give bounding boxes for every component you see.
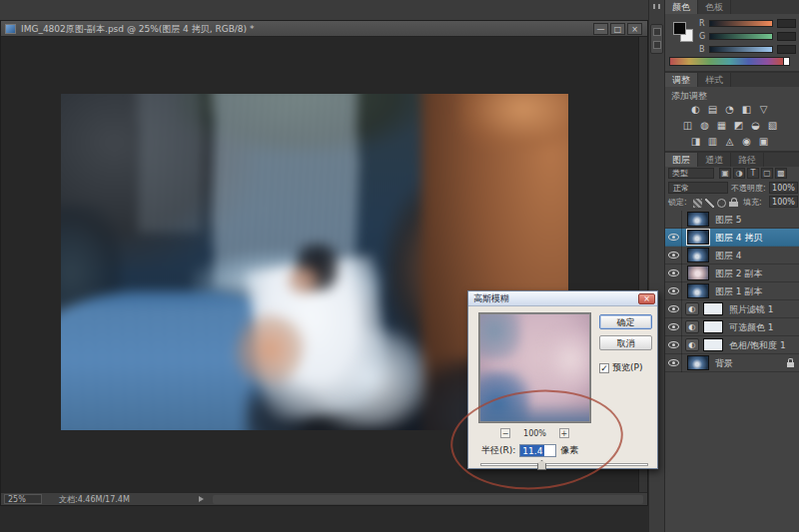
layer-row-photo-filter[interactable]: ◐ 照片滤镜 1 [665,300,799,318]
filter-type-icon[interactable]: T [747,168,759,179]
hue-saturation-icon[interactable]: ◫ [681,119,694,132]
zoom-level-field[interactable]: 25% [4,494,42,504]
tab-channels[interactable]: 通道 [698,153,731,167]
tab-paths[interactable]: 路径 [731,153,764,167]
history-panel-icon[interactable] [653,28,661,36]
black-white-icon[interactable]: ▦ [715,119,728,132]
adjustment-layer-icon[interactable]: ◐ [685,338,699,351]
photo-filter-icon[interactable]: ◩ [732,119,745,132]
dialog-titlebar[interactable]: 高斯模糊 [468,291,657,306]
filter-shape-icon[interactable]: ▢ [761,168,773,179]
layer-row-layer4-copy[interactable]: 图层 4 拷贝 [665,229,799,247]
layer-row-layer1-copy[interactable]: 图层 1 副本 [665,282,799,300]
layer-row-background[interactable]: 背景 [665,354,799,372]
visibility-toggle[interactable] [665,282,682,300]
layer-name[interactable]: 照片滤镜 1 [729,300,774,318]
layer-thumbnail[interactable] [687,230,709,245]
filter-smart-object-icon[interactable]: ▩ [775,168,787,179]
layer-name[interactable]: 图层 4 [715,247,742,265]
visibility-toggle[interactable] [665,354,682,372]
layer-thumbnail[interactable] [687,283,709,298]
visibility-toggle[interactable] [665,265,682,282]
foreground-color-swatch[interactable] [673,22,686,35]
collapsed-panel-buttons[interactable] [650,24,663,54]
layer-row-hue-saturation[interactable]: ◐ 色相/饱和度 1 [665,336,799,354]
color-spectrum-ramp[interactable] [669,57,790,66]
dialog-close-button[interactable]: × [638,293,655,304]
layer-thumbnail[interactable] [687,248,709,263]
blue-slider[interactable] [709,46,773,53]
document-titlebar[interactable]: IMG_4802原图-副本.psd @ 25%(图层 4 拷贝, RGB/8) … [1,21,647,37]
layer-name[interactable]: 图层 4 拷贝 [715,229,762,247]
visibility-toggle[interactable] [665,318,682,336]
minimize-button[interactable]: — [593,23,608,35]
visibility-toggle[interactable] [665,247,682,265]
lock-all-icon[interactable] [729,202,738,207]
layer-mask-thumbnail[interactable] [703,338,723,351]
blend-mode-dropdown[interactable]: 正常 [668,182,728,194]
layer-name[interactable]: 图层 1 副本 [715,282,762,300]
layer-mask-thumbnail[interactable] [703,302,723,315]
layer-row-selective-color[interactable]: ◐ 可选颜色 1 [665,318,799,336]
filter-adjustment-icon[interactable]: ◑ [733,168,745,179]
levels-icon[interactable]: ▤ [706,103,719,116]
layer-row-layer5[interactable]: 图层 5 [665,211,799,229]
white-swatch[interactable] [783,57,790,66]
red-slider[interactable] [709,20,773,27]
lock-pixels-icon[interactable] [705,199,714,208]
preview-checkbox[interactable]: ✓ [599,363,609,373]
expand-panels-icon[interactable] [653,4,660,9]
brightness-contrast-icon[interactable]: ◐ [689,103,702,116]
green-slider[interactable] [709,33,773,40]
threshold-icon[interactable]: ◬ [723,135,736,148]
layer-row-layer4[interactable]: 图层 4 [665,247,799,265]
tab-swatches[interactable]: 色板 [698,0,731,14]
fill-value[interactable]: 100% [769,196,798,208]
curves-icon[interactable]: ◔ [723,103,736,116]
layer-name[interactable]: 色相/饱和度 1 [729,336,786,354]
gradient-map-icon[interactable]: ◉ [740,135,753,148]
layer-name[interactable]: 图层 2 副本 [715,265,762,282]
close-button[interactable]: × [627,23,642,35]
layer-thumbnail[interactable] [687,266,709,280]
channel-mixer-icon[interactable]: ◒ [749,119,762,132]
layer-name[interactable]: 图层 5 [715,211,742,229]
restore-button[interactable]: □ [610,23,625,35]
invert-icon[interactable]: ◨ [689,135,702,148]
cancel-button[interactable]: 取消 [599,335,652,350]
green-value-field[interactable] [777,32,796,41]
visibility-toggle[interactable] [665,211,682,229]
layer-thumbnail[interactable] [687,355,709,370]
exposure-icon[interactable]: ◧ [740,103,753,116]
layer-thumbnail[interactable] [687,212,709,227]
tab-color[interactable]: 颜色 [665,0,698,14]
tab-adjustments[interactable]: 调整 [665,73,698,87]
vibrance-icon[interactable]: ▽ [757,103,770,116]
adjustment-layer-icon[interactable]: ◐ [685,302,699,315]
properties-panel-icon[interactable] [653,41,661,49]
tab-styles[interactable]: 样式 [698,73,731,87]
tab-layers[interactable]: 图层 [665,153,698,167]
lock-position-icon[interactable] [717,199,726,208]
red-value-field[interactable] [777,19,796,28]
filter-pixel-icon[interactable]: ▣ [719,168,731,179]
filter-kind-dropdown[interactable]: 类型 [668,168,714,179]
horizontal-scrollbar[interactable] [213,495,643,504]
preview-checkbox-row[interactable]: ✓ 预览(P) [599,361,642,374]
status-arrow-icon[interactable] [199,496,204,502]
adjustment-layer-icon[interactable]: ◐ [685,320,699,333]
color-lookup-icon[interactable]: ▧ [766,119,779,132]
layer-name[interactable]: 可选颜色 1 [729,318,774,336]
selective-color-icon[interactable]: ▣ [757,135,770,148]
visibility-toggle[interactable] [665,336,682,354]
ok-button[interactable]: 确定 [599,314,652,329]
layer-name[interactable]: 背景 [715,354,733,372]
opacity-value[interactable]: 100% [769,182,798,194]
lock-transparency-icon[interactable] [693,199,702,208]
visibility-toggle[interactable] [665,300,682,318]
layer-mask-thumbnail[interactable] [703,320,723,333]
visibility-toggle[interactable] [665,229,682,247]
blue-value-field[interactable] [777,45,796,54]
layer-row-layer2-copy[interactable]: 图层 2 副本 [665,265,799,282]
posterize-icon[interactable]: ▥ [706,135,719,148]
